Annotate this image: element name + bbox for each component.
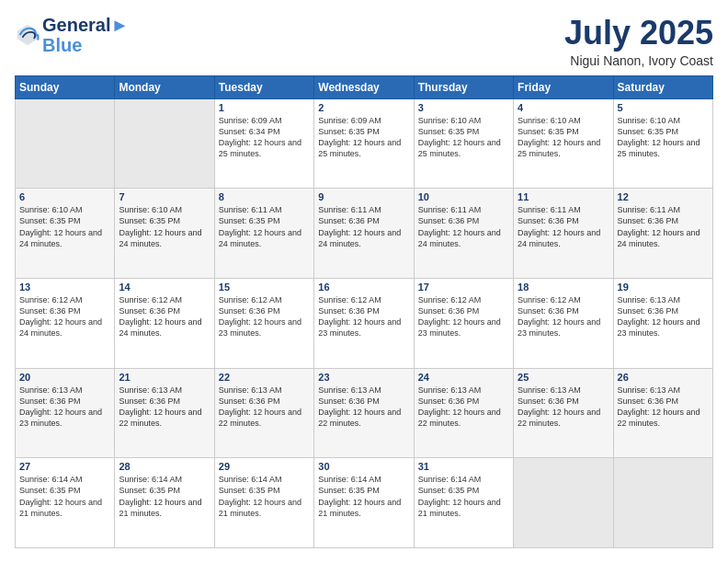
week-row-1: 6Sunrise: 6:10 AM Sunset: 6:35 PM Daylig…	[16, 189, 713, 279]
calendar-cell	[613, 458, 712, 548]
calendar-cell: 3Sunrise: 6:10 AM Sunset: 6:35 PM Daylig…	[414, 98, 513, 189]
day-info: Sunrise: 6:10 AM Sunset: 6:35 PM Dayligh…	[618, 115, 709, 160]
day-info: Sunrise: 6:12 AM Sunset: 6:36 PM Dayligh…	[119, 294, 210, 339]
day-header-wednesday: Wednesday	[314, 75, 414, 98]
day-info: Sunrise: 6:14 AM Sunset: 6:35 PM Dayligh…	[119, 474, 210, 519]
calendar-cell: 2Sunrise: 6:09 AM Sunset: 6:35 PM Daylig…	[314, 98, 414, 189]
day-number: 16	[318, 282, 409, 293]
day-number: 4	[518, 102, 609, 113]
day-header-thursday: Thursday	[414, 75, 513, 98]
day-info: Sunrise: 6:12 AM Sunset: 6:36 PM Dayligh…	[318, 294, 409, 339]
day-number: 19	[618, 282, 709, 293]
day-info: Sunrise: 6:11 AM Sunset: 6:36 PM Dayligh…	[618, 204, 709, 249]
day-number: 2	[318, 102, 409, 113]
day-number: 24	[418, 372, 509, 383]
calendar-cell: 26Sunrise: 6:13 AM Sunset: 6:36 PM Dayli…	[613, 368, 712, 458]
day-header-tuesday: Tuesday	[214, 75, 313, 98]
calendar-cell: 4Sunrise: 6:10 AM Sunset: 6:35 PM Daylig…	[514, 98, 613, 189]
calendar-cell: 14Sunrise: 6:12 AM Sunset: 6:36 PM Dayli…	[115, 278, 214, 368]
calendar-cell: 9Sunrise: 6:11 AM Sunset: 6:36 PM Daylig…	[314, 189, 414, 279]
day-info: Sunrise: 6:11 AM Sunset: 6:36 PM Dayligh…	[318, 204, 409, 249]
month-title: July 2025	[564, 15, 713, 52]
day-number: 7	[119, 191, 210, 202]
day-info: Sunrise: 6:11 AM Sunset: 6:36 PM Dayligh…	[518, 204, 609, 249]
calendar-cell: 1Sunrise: 6:09 AM Sunset: 6:34 PM Daylig…	[214, 98, 313, 189]
day-number: 10	[418, 191, 509, 202]
day-info: Sunrise: 6:13 AM Sunset: 6:36 PM Dayligh…	[19, 385, 110, 430]
day-number: 3	[418, 102, 509, 113]
day-number: 21	[119, 372, 210, 383]
calendar-cell: 11Sunrise: 6:11 AM Sunset: 6:36 PM Dayli…	[514, 189, 613, 279]
day-number: 27	[19, 461, 110, 472]
day-number: 22	[219, 372, 310, 383]
day-info: Sunrise: 6:10 AM Sunset: 6:35 PM Dayligh…	[518, 115, 609, 160]
calendar-cell: 25Sunrise: 6:13 AM Sunset: 6:36 PM Dayli…	[514, 368, 613, 458]
day-info: Sunrise: 6:13 AM Sunset: 6:36 PM Dayligh…	[618, 294, 709, 339]
day-info: Sunrise: 6:11 AM Sunset: 6:36 PM Dayligh…	[418, 204, 509, 249]
day-number: 20	[19, 372, 110, 383]
day-info: Sunrise: 6:13 AM Sunset: 6:36 PM Dayligh…	[219, 385, 310, 430]
day-info: Sunrise: 6:10 AM Sunset: 6:35 PM Dayligh…	[19, 204, 110, 249]
day-header-sunday: Sunday	[16, 75, 115, 98]
calendar-cell: 21Sunrise: 6:13 AM Sunset: 6:36 PM Dayli…	[115, 368, 214, 458]
day-header-friday: Friday	[514, 75, 613, 98]
day-number: 13	[19, 282, 110, 293]
day-number: 5	[618, 102, 709, 113]
calendar-cell: 30Sunrise: 6:14 AM Sunset: 6:35 PM Dayli…	[314, 458, 414, 548]
day-info: Sunrise: 6:10 AM Sunset: 6:35 PM Dayligh…	[119, 204, 210, 249]
day-number: 26	[618, 372, 709, 383]
day-number: 6	[19, 191, 110, 202]
day-info: Sunrise: 6:09 AM Sunset: 6:34 PM Dayligh…	[219, 115, 310, 160]
calendar-cell: 31Sunrise: 6:14 AM Sunset: 6:35 PM Dayli…	[414, 458, 513, 548]
day-number: 29	[219, 461, 310, 472]
title-block: July 2025 Nigui Nanon, Ivory Coast	[564, 15, 713, 68]
week-row-0: 1Sunrise: 6:09 AM Sunset: 6:34 PM Daylig…	[16, 98, 713, 189]
day-number: 25	[518, 372, 609, 383]
day-number: 31	[418, 461, 509, 472]
day-info: Sunrise: 6:12 AM Sunset: 6:36 PM Dayligh…	[418, 294, 509, 339]
day-info: Sunrise: 6:13 AM Sunset: 6:36 PM Dayligh…	[318, 385, 409, 430]
calendar-cell: 17Sunrise: 6:12 AM Sunset: 6:36 PM Dayli…	[414, 278, 513, 368]
calendar-cell	[514, 458, 613, 548]
day-info: Sunrise: 6:13 AM Sunset: 6:36 PM Dayligh…	[119, 385, 210, 430]
day-number: 18	[518, 282, 609, 293]
day-info: Sunrise: 6:13 AM Sunset: 6:36 PM Dayligh…	[618, 385, 709, 430]
calendar-cell: 12Sunrise: 6:11 AM Sunset: 6:36 PM Dayli…	[613, 189, 712, 279]
day-number: 1	[219, 102, 310, 113]
calendar-cell: 24Sunrise: 6:13 AM Sunset: 6:36 PM Dayli…	[414, 368, 513, 458]
calendar-cell: 27Sunrise: 6:14 AM Sunset: 6:35 PM Dayli…	[16, 458, 115, 548]
logo: General► Blue	[15, 15, 129, 55]
day-number: 23	[318, 372, 409, 383]
day-header-saturday: Saturday	[613, 75, 712, 98]
week-row-3: 20Sunrise: 6:13 AM Sunset: 6:36 PM Dayli…	[16, 368, 713, 458]
logo-text: General► Blue	[42, 15, 129, 55]
calendar-cell: 23Sunrise: 6:13 AM Sunset: 6:36 PM Dayli…	[314, 368, 414, 458]
day-info: Sunrise: 6:11 AM Sunset: 6:35 PM Dayligh…	[219, 204, 310, 249]
page: General► Blue July 2025 Nigui Nanon, Ivo…	[0, 0, 728, 563]
day-info: Sunrise: 6:12 AM Sunset: 6:36 PM Dayligh…	[518, 294, 609, 339]
day-info: Sunrise: 6:14 AM Sunset: 6:35 PM Dayligh…	[19, 474, 110, 519]
calendar-cell: 10Sunrise: 6:11 AM Sunset: 6:36 PM Dayli…	[414, 189, 513, 279]
calendar-cell	[16, 98, 115, 189]
calendar-cell: 19Sunrise: 6:13 AM Sunset: 6:36 PM Dayli…	[613, 278, 712, 368]
calendar-cell: 22Sunrise: 6:13 AM Sunset: 6:36 PM Dayli…	[214, 368, 313, 458]
calendar-cell	[115, 98, 214, 189]
calendar-cell: 6Sunrise: 6:10 AM Sunset: 6:35 PM Daylig…	[16, 189, 115, 279]
calendar-cell: 15Sunrise: 6:12 AM Sunset: 6:36 PM Dayli…	[214, 278, 313, 368]
day-info: Sunrise: 6:12 AM Sunset: 6:36 PM Dayligh…	[219, 294, 310, 339]
calendar-cell: 20Sunrise: 6:13 AM Sunset: 6:36 PM Dayli…	[16, 368, 115, 458]
calendar-cell: 8Sunrise: 6:11 AM Sunset: 6:35 PM Daylig…	[214, 189, 313, 279]
day-info: Sunrise: 6:14 AM Sunset: 6:35 PM Dayligh…	[318, 474, 409, 519]
calendar-table: SundayMondayTuesdayWednesdayThursdayFrid…	[15, 75, 713, 548]
calendar-cell: 5Sunrise: 6:10 AM Sunset: 6:35 PM Daylig…	[613, 98, 712, 189]
day-number: 8	[219, 191, 310, 202]
calendar-cell: 7Sunrise: 6:10 AM Sunset: 6:35 PM Daylig…	[115, 189, 214, 279]
logo-icon	[15, 22, 40, 48]
calendar-header-row: SundayMondayTuesdayWednesdayThursdayFrid…	[16, 75, 713, 98]
day-number: 15	[219, 282, 310, 293]
location: Nigui Nanon, Ivory Coast	[564, 53, 713, 68]
week-row-4: 27Sunrise: 6:14 AM Sunset: 6:35 PM Dayli…	[16, 458, 713, 548]
day-info: Sunrise: 6:12 AM Sunset: 6:36 PM Dayligh…	[19, 294, 110, 339]
day-header-monday: Monday	[115, 75, 214, 98]
calendar-cell: 13Sunrise: 6:12 AM Sunset: 6:36 PM Dayli…	[16, 278, 115, 368]
